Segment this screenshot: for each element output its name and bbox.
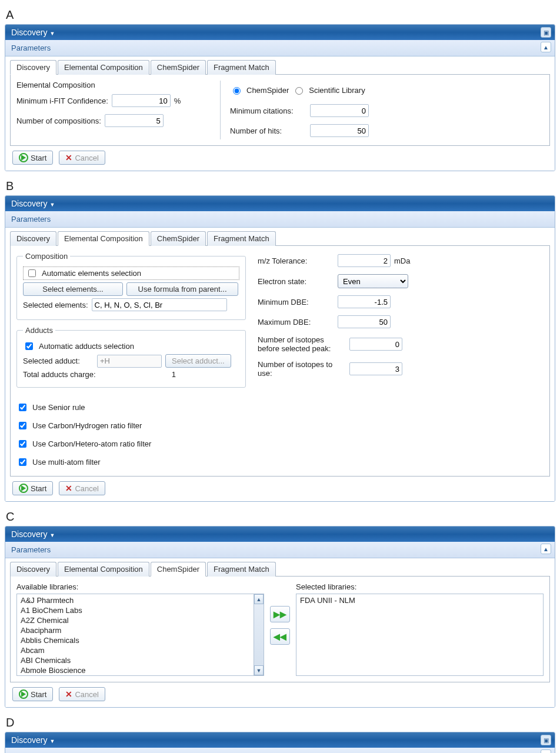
play-icon — [19, 689, 28, 699]
list-item[interactable]: Abblis Chemicals — [17, 635, 264, 645]
elemental-composition-heading: Elemental Composition — [16, 81, 211, 89]
start-button[interactable]: Start — [12, 687, 53, 701]
max-dbe-input[interactable] — [338, 315, 391, 328]
panel-label-d: D — [6, 716, 555, 729]
isotopes-before-input[interactable] — [349, 338, 402, 351]
maximize-icon[interactable]: ▣ — [541, 735, 551, 745]
window-title-bar[interactable]: Discovery▼ — [5, 196, 555, 211]
electron-state-label: Electron state: — [258, 277, 334, 286]
list-item[interactable]: ABI Chemicals — [17, 655, 264, 665]
max-dbe-label: Maximum DBE: — [258, 318, 334, 326]
window-title-bar[interactable]: Discovery▼ ▣ — [5, 732, 555, 748]
move-right-button[interactable]: ▶▶ — [270, 606, 290, 622]
tab-chemspider[interactable]: ChemSpider — [151, 231, 206, 246]
window-a: Discovery▼ ▣ Parameters ▲ Discovery Elem… — [5, 24, 555, 171]
tab-discovery[interactable]: Discovery — [10, 562, 56, 577]
list-item[interactable]: Abcam — [17, 645, 264, 655]
parameters-title: Parameters — [11, 44, 51, 52]
scroll-down-icon[interactable]: ▼ — [254, 665, 264, 675]
multi-atom-checkbox[interactable]: Use multi-atom filter — [16, 457, 158, 468]
window-title: Discovery — [11, 529, 47, 539]
start-button[interactable]: Start — [12, 151, 53, 165]
tab-discovery[interactable]: Discovery — [10, 60, 56, 75]
parameters-header: Parameters ▲ — [5, 542, 555, 558]
tab-discovery[interactable]: Discovery — [10, 231, 56, 246]
play-icon — [19, 153, 28, 162]
radio-chemspider[interactable]: ChemSpider — [230, 85, 289, 95]
composition-fieldset: Composition Automatic elements selection… — [16, 252, 246, 320]
dropdown-icon: ▼ — [49, 532, 55, 538]
number-hits-input[interactable] — [310, 124, 369, 137]
scrollbar[interactable]: ▲ ▼ — [254, 594, 264, 675]
min-citations-label: Minimum citations: — [230, 106, 306, 115]
chet-ratio-checkbox[interactable]: Use Carbon/Hetero-atom ratio filter — [16, 438, 158, 449]
tab-fragment-match[interactable]: Fragment Match — [207, 231, 276, 246]
cancel-button[interactable]: ✕Cancel — [59, 151, 105, 165]
radio-scientific-library[interactable]: Scientific Library — [292, 85, 365, 95]
cancel-icon: ✕ — [65, 153, 72, 162]
min-dbe-label: Minimum DBE: — [258, 298, 334, 306]
available-libraries-list[interactable]: A&J Pharmtech A1 BioChem Labs A2Z Chemic… — [16, 594, 264, 676]
collapse-icon[interactable]: ▲ — [541, 42, 551, 52]
parameters-header: Parameters ▲ — [5, 748, 555, 753]
tab-elemental-composition[interactable]: Elemental Composition — [58, 60, 149, 75]
selected-elements-input[interactable] — [92, 298, 227, 311]
list-item[interactable]: Abacipharm — [17, 625, 264, 635]
panel-label-b: B — [6, 179, 555, 193]
electron-state-select[interactable]: Even — [338, 274, 408, 288]
min-dbe-input[interactable] — [338, 295, 391, 308]
total-adducts-charge-value: 1 — [115, 370, 179, 379]
cancel-button[interactable]: ✕Cancel — [59, 481, 105, 495]
select-elements-button[interactable]: Select elements... — [23, 282, 123, 296]
adducts-legend: Adducts — [23, 326, 55, 335]
scroll-up-icon[interactable]: ▲ — [254, 594, 264, 604]
dropdown-icon: ▼ — [49, 202, 55, 208]
mz-tolerance-input[interactable] — [338, 254, 391, 267]
tab-elemental-composition[interactable]: Elemental Composition — [58, 231, 149, 246]
dropdown-icon: ▼ — [49, 738, 55, 744]
tab-chemspider[interactable]: ChemSpider — [151, 60, 206, 75]
auto-adducts-checkbox[interactable]: Automatic adducts selection — [23, 341, 239, 352]
move-left-button[interactable]: ◀◀ — [270, 628, 290, 645]
window-title-bar[interactable]: Discovery▼ — [5, 527, 555, 542]
available-libraries-label: Available libraries: — [16, 582, 264, 591]
ch-ratio-checkbox[interactable]: Use Carbon/Hydrogen ratio filter — [16, 420, 158, 431]
tab-strip: Discovery Elemental Composition ChemSpid… — [10, 60, 550, 75]
window-c: Discovery▼ Parameters ▲ Discovery Elemen… — [5, 526, 555, 708]
isotopes-before-label: Number of isotopes before selected peak: — [258, 335, 346, 353]
cancel-button[interactable]: ✕Cancel — [59, 687, 105, 701]
num-compositions-input[interactable] — [105, 114, 164, 127]
window-d: Discovery▼ ▣ Parameters ▲ Discovery Elem… — [5, 732, 555, 753]
panel-label-a: A — [6, 8, 555, 22]
composition-legend: Composition — [23, 252, 70, 261]
window-title: Discovery — [11, 735, 47, 745]
isotopes-use-input[interactable] — [349, 362, 402, 375]
start-button[interactable]: Start — [12, 481, 53, 495]
percent-unit: % — [174, 96, 181, 105]
collapse-icon[interactable]: ▲ — [541, 544, 551, 554]
selected-libraries-list[interactable]: FDA UNII - NLM — [296, 594, 544, 676]
senior-rule-checkbox[interactable]: Use Senior rule — [16, 402, 158, 413]
list-item[interactable]: Abmole Bioscience — [17, 665, 264, 675]
window-title-bar[interactable]: Discovery▼ ▣ — [5, 25, 555, 40]
maximize-icon[interactable]: ▣ — [541, 27, 551, 38]
panel-label-c: C — [6, 510, 555, 524]
cancel-icon: ✕ — [65, 689, 72, 699]
adducts-fieldset: Adducts Automatic adducts selection Sele… — [16, 326, 246, 388]
number-hits-label: Number of hits: — [230, 126, 306, 135]
tab-elemental-composition[interactable]: Elemental Composition — [58, 562, 149, 577]
collapse-icon[interactable]: ▲ — [541, 749, 551, 753]
tab-fragment-match[interactable]: Fragment Match — [207, 60, 276, 75]
list-item[interactable]: A2Z Chemical — [17, 615, 264, 625]
min-citations-input[interactable] — [310, 104, 369, 117]
mz-tolerance-label: m/z Tolerance: — [258, 256, 334, 265]
list-item[interactable]: FDA UNII - NLM — [296, 595, 543, 605]
tab-fragment-match[interactable]: Fragment Match — [207, 562, 276, 577]
use-formula-parent-button[interactable]: Use formula from parent... — [126, 282, 238, 296]
list-item[interactable]: A&J Pharmtech — [17, 595, 264, 605]
auto-elements-checkbox[interactable]: Automatic elements selection — [23, 266, 239, 280]
min-ifit-input[interactable] — [112, 94, 171, 107]
selected-adduct-input — [97, 355, 162, 368]
list-item[interactable]: A1 BioChem Labs — [17, 605, 264, 615]
tab-chemspider[interactable]: ChemSpider — [151, 562, 206, 577]
